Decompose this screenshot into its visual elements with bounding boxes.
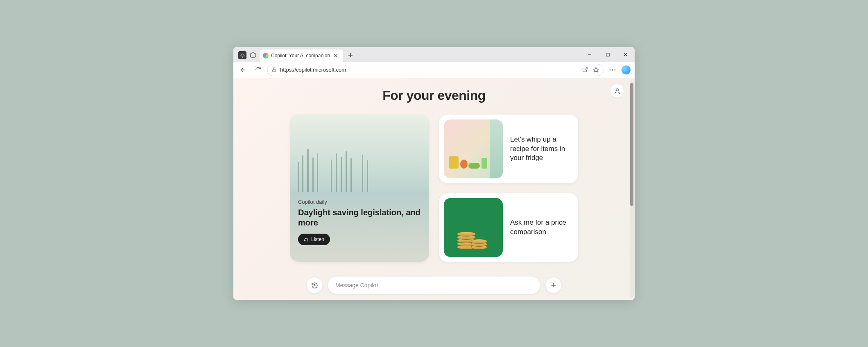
person-icon [614, 88, 621, 95]
scrollbar-track[interactable] [630, 81, 634, 297]
svg-rect-1 [273, 70, 276, 72]
scrollbar-thumb[interactable] [630, 83, 633, 206]
window-controls [581, 47, 635, 62]
suggestion-card-price[interactable]: Ask me for a price comparison [439, 193, 578, 262]
card-grid: Copilot daily Daylight saving legislatio… [233, 115, 635, 262]
side-cards: Let's whip up a recipe for items in your… [439, 115, 578, 262]
suggestion-card-recipe[interactable]: Let's whip up a recipe for items in your… [439, 115, 578, 183]
pinned-app-icon-1[interactable]: ◎ [238, 51, 246, 59]
tab-close-button[interactable] [332, 52, 339, 59]
history-button[interactable] [306, 277, 323, 293]
svg-rect-8 [307, 240, 308, 241]
titlebar: ◎ Copilot: Your AI companion [233, 47, 635, 62]
browser-tab-active[interactable]: Copilot: Your AI companion [260, 50, 343, 62]
copilot-sidebar-icon[interactable] [622, 65, 631, 74]
suggestion-text: Ask me for a price comparison [510, 218, 573, 237]
hero-card[interactable]: Copilot daily Daylight saving legislatio… [290, 115, 429, 262]
hero-headline: Daylight saving legislation, and more [298, 207, 421, 228]
nav-refresh-button[interactable] [252, 64, 264, 76]
svg-point-6 [616, 88, 618, 91]
composer [306, 276, 562, 294]
lock-icon [271, 67, 277, 72]
window-close-button[interactable] [617, 48, 635, 61]
new-tab-button[interactable] [345, 50, 356, 61]
titlebar-pinned-icons: ◎ [236, 51, 260, 62]
svg-rect-7 [305, 240, 305, 241]
nav-back-button[interactable] [237, 64, 249, 76]
svg-point-4 [612, 69, 613, 70]
window-maximize-button[interactable] [599, 48, 617, 61]
address-bar[interactable]: https://copilot.microsoft.com [267, 64, 604, 76]
svg-marker-2 [593, 67, 599, 72]
copilot-favicon-icon [263, 53, 269, 59]
profile-button[interactable] [610, 84, 624, 98]
browser-window: ◎ Copilot: Your AI companion [233, 47, 635, 300]
url-text: https://copilot.microsoft.com [280, 67, 346, 73]
hero-eyebrow: Copilot daily [298, 199, 421, 205]
listen-button[interactable]: Listen [298, 234, 330, 245]
svg-point-3 [610, 69, 611, 70]
suggestion-text: Let's whip up a recipe for items in your… [510, 135, 573, 163]
svg-point-5 [615, 69, 616, 70]
hero-illustration [290, 115, 429, 192]
listen-label: Listen [311, 237, 324, 242]
hero-body: Copilot daily Daylight saving legislatio… [290, 192, 429, 252]
add-button[interactable] [545, 277, 562, 293]
fridge-illustration [444, 119, 503, 178]
browser-toolbar: https://copilot.microsoft.com [233, 62, 635, 78]
svg-rect-0 [606, 53, 609, 56]
page-heading: For your evening [233, 88, 635, 103]
more-menu-button[interactable] [607, 64, 618, 76]
pinned-app-icon-2[interactable] [249, 51, 257, 59]
history-icon [311, 282, 318, 289]
plus-icon [550, 282, 557, 288]
open-external-icon[interactable] [582, 67, 588, 73]
window-minimize-button[interactable] [581, 48, 599, 61]
coins-illustration [444, 198, 503, 257]
favorite-star-icon[interactable] [593, 67, 599, 73]
headphones-icon [304, 237, 309, 242]
tab-title: Copilot: Your AI companion [271, 53, 330, 59]
message-input[interactable] [328, 276, 540, 294]
page-content: For your evening [233, 78, 635, 300]
